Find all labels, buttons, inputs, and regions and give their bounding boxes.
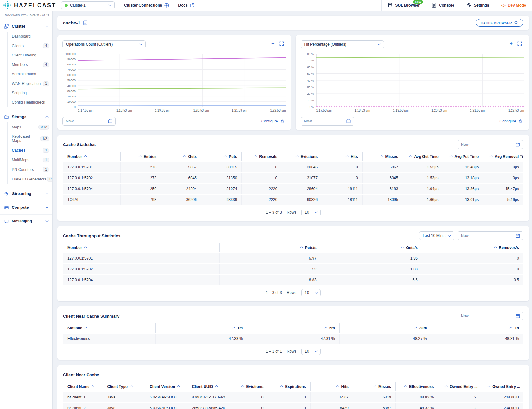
sidebar-section-header-messaging[interactable]: Messaging (0, 216, 52, 226)
sidebar-item-members[interactable]: Members4 (8, 60, 52, 69)
column-header-removals[interactable]: Removals (241, 152, 282, 161)
cell: 2220 (241, 195, 282, 205)
sidebar-section-label: Messaging (12, 219, 32, 223)
time-picker-input[interactable]: Now (62, 117, 116, 126)
sidebar-item-clients[interactable]: Clients4 (8, 41, 52, 51)
column-header-client-name[interactable]: Client Name (63, 382, 103, 391)
column-header-client-type[interactable]: Client Type (103, 382, 145, 391)
sidebar-item-administration[interactable]: Administration (8, 69, 52, 79)
column-header-evictions[interactable]: Evictions (225, 382, 268, 391)
sidebar-section-header-storage[interactable]: Storage (0, 112, 52, 122)
time-picker-input[interactable]: Now (458, 312, 523, 320)
dev-mode-button[interactable]: <> Dev Mode (495, 0, 532, 11)
sidebar-section-header-streaming[interactable]: Streaming (0, 189, 52, 199)
copy-document-icon[interactable] (83, 20, 88, 25)
table-row[interactable]: hz.client_1Java5.0-SNAPSHOT47d04371-5173… (63, 392, 523, 402)
column-header-hits[interactable]: Hits (310, 382, 353, 391)
column-header-effectiveness[interactable]: Effectiveness (395, 382, 438, 391)
column-header-member[interactable]: Member (63, 243, 219, 252)
column-header-gets-s[interactable]: Gets/s (321, 243, 422, 252)
sidebar-item-replicated-maps[interactable]: Replicated Maps1/2 (8, 132, 52, 145)
column-header-entries[interactable]: Entries (120, 152, 161, 161)
page-size-select[interactable]: 10 (301, 289, 321, 296)
database-icon (388, 3, 393, 8)
sidebar-item-wan-replication[interactable]: WAN Replication1 (8, 79, 52, 88)
add-chart-icon[interactable]: + (271, 42, 275, 46)
table-row[interactable]: 127.0.0.1:5701270586730915030645058671.5… (63, 162, 523, 172)
column-header-member[interactable]: Member (63, 152, 120, 161)
column-header-client-uuid[interactable]: Client UUID (187, 382, 225, 391)
column-header-1h[interactable]: 1h (431, 323, 523, 333)
cell: 1.52µs (403, 162, 443, 172)
table-row[interactable]: 127.0.0.1:57027.21.330 (63, 264, 523, 274)
table-row[interactable]: 127.0.0.1:5702273604531350031077060451.5… (63, 173, 523, 183)
configure-link[interactable]: Configure (261, 119, 286, 123)
column-header-owned-entry[interactable]: Owned Entry ... (438, 382, 480, 391)
column-header-30m[interactable]: 30m (339, 323, 431, 333)
sidebar-item-caches[interactable]: Caches1 (8, 145, 52, 155)
settings-button[interactable]: Settings (460, 0, 495, 11)
metric-select-operations[interactable]: Operations Count (Outliers) (62, 40, 146, 48)
cluster-connections-link[interactable]: Cluster Connections (119, 0, 174, 11)
sidebar-item-client-filtering[interactable]: Client Filtering (8, 51, 52, 60)
page-size-select[interactable]: 10 (301, 348, 321, 355)
column-header-hits[interactable]: Hits (322, 152, 362, 161)
time-picker-input[interactable]: Now (458, 231, 523, 240)
cell: 31350 (201, 173, 241, 183)
sidebar-section-header-cluster[interactable]: Cluster (0, 21, 52, 31)
table-row[interactable]: Effectiveness47.33 %47.81 %48.27 %48.31 … (63, 334, 523, 344)
add-chart-icon[interactable]: + (509, 42, 513, 46)
column-header-owned-entry[interactable]: Owned Entry ... (481, 382, 523, 391)
column-header-avg-put-time[interactable]: Avg Put Time (443, 152, 483, 161)
time-picker-input[interactable]: Now (458, 140, 523, 149)
column-header-statistic[interactable]: Statistic (63, 323, 155, 333)
table-row[interactable]: TOTAL793362069333922209032618111180951.6… (63, 195, 523, 205)
y-tick-label: 100000 (65, 52, 76, 56)
sql-browser-button[interactable]: New SQL Browser (381, 0, 426, 11)
column-header-expirations[interactable]: Expirations (268, 382, 310, 391)
column-header-client-version[interactable]: Client Version (145, 382, 187, 391)
page-size-select[interactable]: 10 (301, 209, 321, 216)
pagination: 1 – 1 of 1 Rows 10 (63, 345, 523, 357)
sidebar-item-maps[interactable]: Maps9/12 (8, 122, 52, 132)
sidebar-item-flake-id-generators[interactable]: Flake ID Generators1/1 (8, 174, 52, 184)
fullscreen-icon[interactable] (279, 41, 284, 46)
cell: 127.0.0.1:5702 (63, 173, 120, 183)
configure-link[interactable]: Configure (499, 119, 524, 123)
brand[interactable]: HAZELCAST (0, 0, 61, 11)
column-header-gets[interactable]: Gets (161, 152, 201, 161)
column-header-evictions[interactable]: Evictions (282, 152, 322, 161)
column-header-misses[interactable]: Misses (353, 382, 395, 391)
column-header-misses[interactable]: Misses (362, 152, 403, 161)
table-row[interactable]: 127.0.0.1:57016.971.350 (63, 253, 523, 263)
sidebar-item-config-healthcheck[interactable]: Config Healthcheck (8, 98, 52, 107)
table-row[interactable]: hz.client_2Java5.0-SNAPSHOT2d5ac7fa-58a5… (63, 403, 523, 409)
sidebar-item-scripting[interactable]: Scripting (8, 88, 52, 98)
docs-link[interactable]: Docs (174, 0, 199, 11)
cluster-selector[interactable]: Cluster-1 (61, 1, 115, 9)
fullscreen-icon[interactable] (517, 41, 522, 46)
cell: 1.66µs (403, 195, 443, 205)
column-header-avg-get-time[interactable]: Avg Get Time (403, 152, 443, 161)
table-row[interactable]: 127.0.0.1:570425024294310742220286041811… (63, 184, 523, 194)
cache-browser-button[interactable]: CACHE BROWSER (476, 19, 523, 27)
sidebar-item-pn-counters[interactable]: PN Counters1 (8, 165, 52, 174)
table-row[interactable]: 127.0.0.1:57046.835.50.5 (63, 275, 523, 285)
interval-select[interactable]: Last 10 Min... (419, 231, 454, 240)
y-tick-label: 80 % (307, 52, 314, 56)
column-header-1m[interactable]: 1m (155, 323, 247, 333)
sidebar-section-streaming: Streaming (0, 187, 52, 201)
column-header-removes-s[interactable]: Removes/s (422, 243, 523, 252)
column-header-puts[interactable]: Puts (201, 152, 241, 161)
time-picker-input[interactable]: Now (301, 117, 354, 126)
sidebar-section-header-compute[interactable]: Compute (0, 202, 52, 212)
x-tick-label: 1:20:53 pm (193, 109, 209, 112)
column-header-avg-removal-time[interactable]: Avg Removal Time (483, 152, 523, 161)
column-header-5m[interactable]: 5m (247, 323, 339, 333)
sidebar-item-multimaps[interactable]: MultiMaps1 (8, 155, 52, 165)
column-header-puts-s[interactable]: Puts/s (219, 243, 321, 252)
metric-select-hit-percentage[interactable]: Hit Percentage (Outliers) (301, 40, 384, 48)
console-button[interactable]: Console (426, 0, 460, 11)
sidebar-item-dashboard[interactable]: Dashboard (8, 32, 52, 41)
chevron-up-icon (46, 25, 49, 29)
